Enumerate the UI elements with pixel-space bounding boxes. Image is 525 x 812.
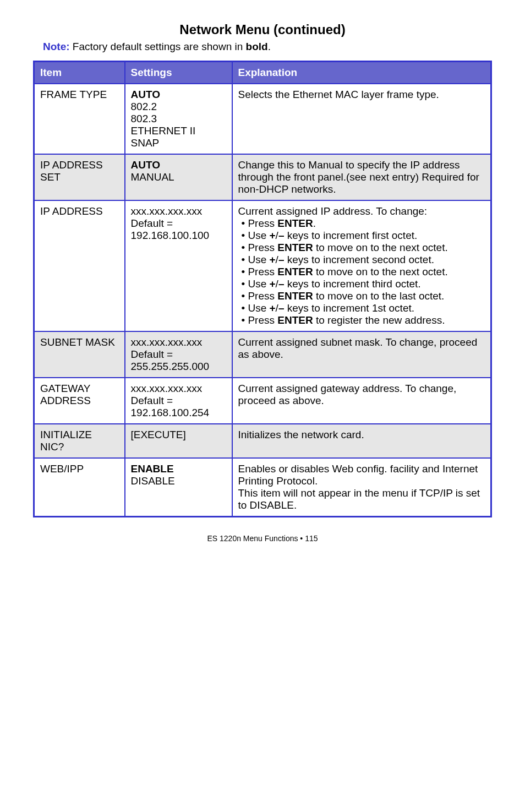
cell-explanation: Selects the Ethernet MAC layer frame typ…	[232, 84, 491, 154]
exp-text: Current assigned IP address. To change:	[238, 205, 485, 217]
setting-value: SNAP	[131, 137, 160, 149]
cell-settings: [EXECUTE]	[125, 424, 232, 458]
cell-settings: AUTO 802.2 802.3 ETHERNET II SNAP	[125, 84, 232, 154]
exp-text: Enables or disables Web config. facility…	[238, 463, 485, 487]
exp-bullet: • Use +/– keys to increment third octet.	[238, 278, 485, 290]
setting-value: xxx.xxx.xxx.xxx	[131, 205, 203, 217]
header-explanation: Explanation	[232, 62, 491, 84]
exp-bullet: • Press ENTER to register the new addres…	[238, 314, 485, 326]
table-row: SUBNET MASK xxx.xxx.xxx.xxx Default = 25…	[34, 331, 491, 378]
note-label: Note:	[43, 41, 70, 52]
table-row: FRAME TYPE AUTO 802.2 802.3 ETHERNET II …	[34, 84, 491, 154]
note-text-suffix: .	[268, 41, 271, 52]
exp-bullet: • Use +/– keys to increment second octet…	[238, 254, 485, 266]
header-settings: Settings	[125, 62, 232, 84]
exp-text: This item will not appear in the menu if…	[238, 487, 485, 511]
setting-bold: AUTO	[131, 89, 160, 100]
network-menu-table: Item Settings Explanation FRAME TYPE AUT…	[33, 61, 492, 517]
exp-bullet: • Press ENTER to move on to the next oct…	[238, 266, 485, 278]
setting-value: 802.2	[131, 101, 157, 112]
note-line: Note: Factory default settings are shown…	[33, 41, 492, 53]
setting-value: Default =	[131, 395, 173, 406]
note-text-prefix: Factory default settings are shown in	[70, 41, 246, 52]
setting-value: DISABLE	[131, 475, 175, 487]
cell-item: IP ADDRESS	[34, 200, 125, 331]
setting-value: 192.168.100.254	[131, 407, 210, 418]
page-title: Network Menu (continued)	[33, 22, 492, 37]
cell-explanation: Current assigned gateway address. To cha…	[232, 378, 491, 424]
table-row: GATEWAY ADDRESS xxx.xxx.xxx.xxx Default …	[34, 378, 491, 424]
header-item: Item	[34, 62, 125, 84]
table-row: IP ADDRESS xxx.xxx.xxx.xxx Default = 192…	[34, 200, 491, 331]
setting-value: 192.168.100.100	[131, 230, 210, 241]
setting-value: ETHERNET II	[131, 125, 196, 137]
setting-value: MANUAL	[131, 171, 174, 183]
cell-explanation: Current assigned subnet mask. To change,…	[232, 331, 491, 378]
setting-value: xxx.xxx.xxx.xxx	[131, 336, 203, 348]
setting-bold: ENABLE	[131, 463, 174, 475]
exp-bullet: • Press ENTER.	[238, 217, 485, 230]
setting-value: Default =	[131, 217, 173, 229]
table-row: WEB/IPP ENABLE DISABLE Enables or disabl…	[34, 458, 491, 517]
note-bold: bold	[246, 41, 268, 52]
exp-bullet: • Press ENTER to move on to the next oct…	[238, 242, 485, 254]
setting-value: 802.3	[131, 113, 157, 124]
cell-explanation: Enables or disables Web config. facility…	[232, 458, 491, 517]
cell-explanation: Initializes the network card.	[232, 424, 491, 458]
cell-explanation: Change this to Manual to specify the IP …	[232, 154, 491, 200]
exp-bullet: • Press ENTER to move on to the last oct…	[238, 290, 485, 302]
cell-item: GATEWAY ADDRESS	[34, 378, 125, 424]
page-footer: ES 1220n Menu Functions • 115	[33, 534, 492, 543]
cell-item: WEB/IPP	[34, 458, 125, 517]
cell-settings: xxx.xxx.xxx.xxx Default = 192.168.100.10…	[125, 200, 232, 331]
exp-bullet: • Use +/– keys to increment first octet.	[238, 230, 485, 242]
cell-settings: xxx.xxx.xxx.xxx Default = 192.168.100.25…	[125, 378, 232, 424]
cell-explanation: Current assigned IP address. To change: …	[232, 200, 491, 331]
setting-value: 255.255.255.000	[131, 361, 210, 372]
table-row: IP ADDRESS SET AUTO MANUAL Change this t…	[34, 154, 491, 200]
cell-item: FRAME TYPE	[34, 84, 125, 154]
setting-value: Default =	[131, 348, 173, 360]
setting-bold: AUTO	[131, 159, 160, 171]
exp-bullet: • Use +/– keys to increment 1st octet.	[238, 302, 485, 314]
cell-item: IP ADDRESS SET	[34, 154, 125, 200]
table-header-row: Item Settings Explanation	[34, 62, 491, 84]
cell-item: INITIALIZE NIC?	[34, 424, 125, 458]
cell-settings: AUTO MANUAL	[125, 154, 232, 200]
table-row: INITIALIZE NIC? [EXECUTE] Initializes th…	[34, 424, 491, 458]
cell-settings: xxx.xxx.xxx.xxx Default = 255.255.255.00…	[125, 331, 232, 378]
setting-value: xxx.xxx.xxx.xxx	[131, 383, 203, 394]
cell-settings: ENABLE DISABLE	[125, 458, 232, 517]
cell-item: SUBNET MASK	[34, 331, 125, 378]
